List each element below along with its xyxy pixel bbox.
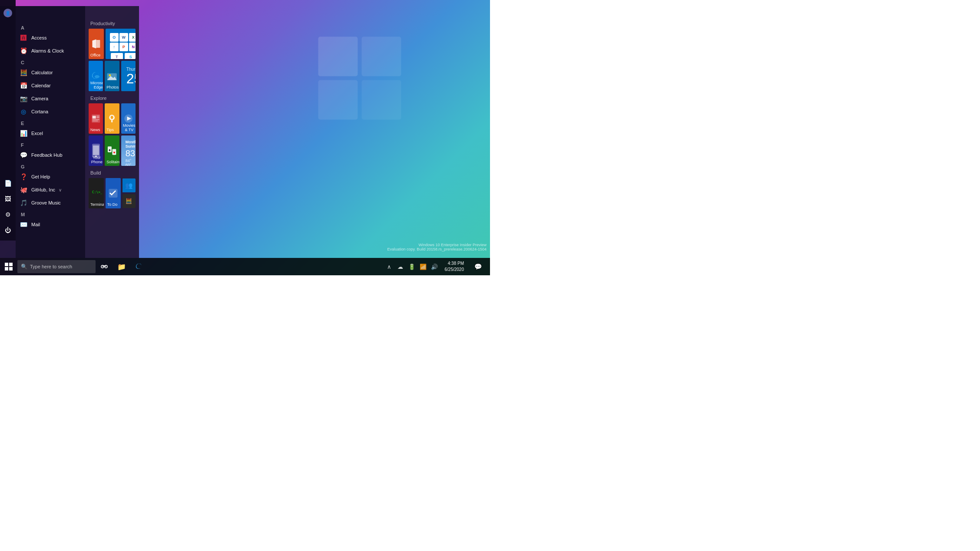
settings-icon: ⚙ — [5, 211, 11, 218]
todo-tile[interactable]: To Do — [106, 178, 121, 208]
office-tile[interactable]: Office — [89, 29, 104, 59]
chevron-up-icon[interactable]: ∧ — [384, 258, 394, 275]
app-item-calendar[interactable]: 📅 Calendar — [16, 79, 85, 92]
small-tiles-group: ⟩ 👥 🐙 🧮 — [122, 178, 136, 208]
tips-tile-label: Tips — [106, 128, 114, 132]
weather-temp: 83° — [126, 148, 136, 158]
svg-rect-13 — [93, 119, 99, 120]
app-item-excel[interactable]: 📊 Excel — [16, 127, 85, 140]
weather-condition: Mostly Sunny — [126, 140, 131, 148]
calendar-content: Thursday 25 — [123, 63, 134, 89]
svg-rect-14 — [93, 121, 98, 122]
search-bar[interactable]: 🔍 Type here to search — [17, 260, 96, 273]
app-item-github[interactable]: 🐙 GitHub, Inc ∨ — [16, 183, 85, 196]
app-item-gethelp[interactable]: ❓ Get Help — [16, 170, 85, 183]
build-row-1: C:\>_ Terminal To Do — [89, 178, 136, 208]
start-button[interactable] — [0, 258, 17, 275]
letter-e: E — [16, 118, 85, 127]
app-item-groove[interactable]: 🎵 Groove Music — [16, 196, 85, 209]
app-item-calculator[interactable]: 🧮 Calculator — [16, 66, 85, 79]
battery-icon[interactable]: 🔋 — [407, 258, 417, 275]
terminal-tile-label: Terminal — [90, 202, 104, 207]
gethelp-icon: ❓ — [19, 172, 28, 181]
svg-rect-11 — [96, 116, 99, 117]
user-avatar: 👤 — [3, 9, 12, 17]
letter-m: M — [16, 209, 85, 218]
mail-apps-grid: O W X ↑ P N — [108, 31, 136, 53]
letter-a: A — [16, 23, 85, 31]
svg-text:C:\>_: C:\>_ — [92, 190, 102, 194]
app-item-mail[interactable]: ✉️ Mail — [16, 218, 85, 231]
user-avatar-btn[interactable]: 👤 — [1, 6, 15, 20]
app-item-access[interactable]: 🅰 Access — [16, 31, 85, 44]
productivity-row-2: Microsoft Edge Photos — [89, 61, 136, 91]
pictures-icon-btn[interactable]: 🖼 — [1, 192, 15, 206]
github-expand-icon: ∨ — [59, 188, 62, 192]
excel-icon: 📊 — [19, 129, 28, 138]
edge-taskbar[interactable] — [130, 258, 148, 275]
svg-rect-4 — [96, 40, 100, 48]
calculator-small-tile[interactable]: 🧮 — [122, 194, 136, 208]
cortana-icon: ◎ — [19, 107, 28, 116]
letter-f: F — [16, 140, 85, 148]
office-tile-label: Office — [90, 53, 100, 57]
productivity-row-1: Office O W X ↑ P N — [89, 29, 136, 59]
desktop: Windows 10 Enterprise Insider Preview Ev… — [0, 0, 490, 275]
groove-icon: 🎵 — [19, 198, 28, 207]
volume-icon[interactable]: 🔊 — [429, 258, 440, 275]
svg-rect-31 — [5, 267, 8, 271]
file-explorer-taskbar[interactable]: 📁 — [113, 258, 130, 275]
alarms-icon: ⏰ — [19, 46, 28, 55]
tiles-area: Productivity Office — [85, 6, 139, 258]
calendar-day-name: Thursday — [126, 67, 130, 72]
mail-icon: ✉️ — [19, 220, 28, 229]
phone-tile[interactable]: Your Phone — [89, 135, 103, 166]
app-item-cortana[interactable]: ◎ Cortana — [16, 105, 85, 118]
svg-text:♠: ♠ — [109, 148, 111, 152]
calendar-tile[interactable]: Thursday 25 — [121, 61, 136, 91]
app-item-feedback[interactable]: 💬 Feedback Hub — [16, 148, 85, 162]
tips-tile[interactable]: Tips — [105, 103, 119, 134]
productivity-label: Productivity — [89, 19, 136, 29]
weather-tile[interactable]: Mostly Sunny 83° 84° 60° Redmond — [121, 135, 136, 166]
edge-tile[interactable]: Microsoft Edge — [89, 61, 103, 91]
excel-tile-icon: X — [129, 33, 136, 42]
photos-tile-label: Photos — [106, 85, 119, 89]
settings-icon-btn[interactable]: ⚙ — [1, 208, 15, 221]
taskbar: 🔍 Type here to search 📁 — [0, 258, 490, 275]
calendar-day-num: 25 — [126, 72, 130, 86]
calculator-small-icon: 🧮 — [126, 198, 132, 204]
taskbar-clock[interactable]: 4:38 PM 6/25/2020 — [441, 261, 468, 273]
windows-watermark: Windows 10 Enterprise Insider Preview Ev… — [387, 243, 487, 251]
start-menu: 👤 📄 🖼 ⚙ ⏻ A 🅰 Access — [0, 6, 139, 258]
people-tile[interactable]: 👥 — [122, 178, 136, 192]
photos-tile[interactable]: Photos — [105, 61, 119, 91]
app-item-alarms[interactable]: ⏰ Alarms & Clock — [16, 44, 85, 57]
powerpoint-icon: P — [119, 43, 128, 51]
notification-center-button[interactable]: 💬 — [469, 258, 487, 275]
solitaire-tile[interactable]: ♠ ♥ Solitaire — [105, 135, 119, 166]
app-item-camera[interactable]: 📷 Camera — [16, 92, 85, 105]
power-icon-btn[interactable]: ⏻ — [1, 223, 15, 237]
notification-icon: 💬 — [474, 263, 482, 270]
svg-rect-2 — [318, 80, 358, 120]
pictures-icon: 🖼 — [5, 195, 11, 202]
terminal-tile[interactable]: C:\>_ Terminal — [89, 178, 104, 208]
feedback-icon: 💬 — [19, 151, 28, 159]
word-icon: W — [119, 33, 128, 42]
teams-icon: T — [111, 53, 123, 59]
search-icon: 🔍 — [21, 264, 27, 270]
movies-tile[interactable]: Movies & TV — [121, 103, 136, 134]
news-tile-label: News — [90, 128, 100, 132]
svg-rect-12 — [96, 117, 99, 118]
docs-icon-btn[interactable]: 📄 — [1, 176, 15, 190]
onedrive-icon[interactable]: ☁ — [395, 258, 406, 275]
news-tile[interactable]: News — [89, 103, 103, 134]
task-view-button[interactable] — [96, 258, 113, 275]
movies-tile-label: Movies & TV — [123, 123, 136, 132]
svg-text:♥: ♥ — [113, 151, 116, 155]
taskbar-right: ∧ ☁ 🔋 📶 🔊 4:38 PM 6/25/2020 💬 — [384, 258, 490, 275]
mail-tile[interactable]: O W X ↑ P N T S — [106, 29, 136, 59]
build-label: Build — [89, 168, 136, 178]
network-icon[interactable]: 📶 — [418, 258, 428, 275]
